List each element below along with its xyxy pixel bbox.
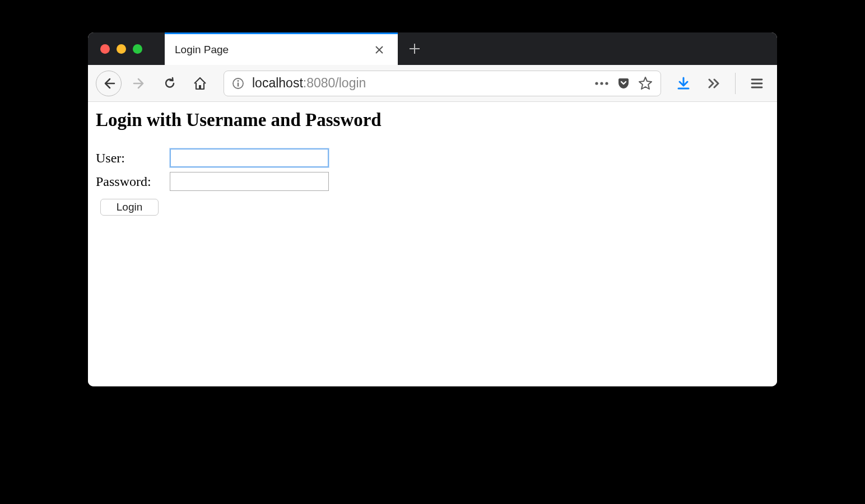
home-button[interactable] xyxy=(188,71,212,96)
tab-bar: Login Page xyxy=(88,32,777,65)
toolbar-separator xyxy=(735,73,736,94)
tab-title: Login Page xyxy=(175,44,371,56)
user-row: User: xyxy=(96,148,769,167)
password-row: Password: xyxy=(96,172,769,191)
reload-button[interactable] xyxy=(157,71,182,96)
svg-point-8 xyxy=(595,82,598,85)
pocket-icon xyxy=(617,77,630,90)
svg-rect-7 xyxy=(238,82,239,86)
close-window-button[interactable] xyxy=(100,44,110,54)
home-icon xyxy=(193,76,207,91)
svg-point-10 xyxy=(605,82,608,85)
chevron-double-right-icon xyxy=(706,76,721,91)
toolbar: localhost:8080/login xyxy=(88,65,777,102)
ellipsis-icon xyxy=(594,81,609,86)
window-controls xyxy=(88,32,165,65)
maximize-window-button[interactable] xyxy=(133,44,142,54)
svg-point-9 xyxy=(600,82,603,85)
svg-rect-4 xyxy=(199,85,201,89)
reload-icon xyxy=(163,77,176,90)
close-icon xyxy=(374,45,384,55)
active-tab[interactable]: Login Page xyxy=(165,32,398,65)
url-text[interactable]: localhost:8080/login xyxy=(252,76,587,91)
page-content: Login with Username and Password User: P… xyxy=(88,102,777,386)
star-icon xyxy=(638,76,653,91)
bookmark-button[interactable] xyxy=(638,76,653,91)
close-tab-button[interactable] xyxy=(371,45,388,55)
back-button[interactable] xyxy=(96,71,122,96)
password-input[interactable] xyxy=(170,172,329,191)
new-tab-button[interactable] xyxy=(398,32,431,65)
login-button[interactable]: Login xyxy=(100,199,159,216)
hamburger-icon xyxy=(750,77,764,90)
page-actions-button[interactable] xyxy=(594,81,609,86)
download-icon xyxy=(676,76,691,91)
url-path: :8080/login xyxy=(303,76,366,90)
plus-icon xyxy=(408,43,421,55)
url-host: localhost xyxy=(252,76,303,90)
svg-point-6 xyxy=(238,80,239,82)
info-icon[interactable] xyxy=(232,77,244,90)
password-label: Password: xyxy=(96,174,170,189)
user-label: User: xyxy=(96,151,170,166)
pocket-button[interactable] xyxy=(617,77,630,90)
back-arrow-icon xyxy=(102,77,115,90)
forward-arrow-icon xyxy=(133,77,146,90)
forward-button[interactable] xyxy=(127,71,152,96)
overflow-button[interactable] xyxy=(701,71,726,96)
address-bar[interactable]: localhost:8080/login xyxy=(224,71,661,96)
browser-window: Login Page xyxy=(88,32,777,386)
menu-button[interactable] xyxy=(745,71,769,96)
page-heading: Login with Username and Password xyxy=(96,110,769,130)
minimize-window-button[interactable] xyxy=(117,44,126,54)
user-input[interactable] xyxy=(170,148,329,167)
downloads-button[interactable] xyxy=(671,71,696,96)
